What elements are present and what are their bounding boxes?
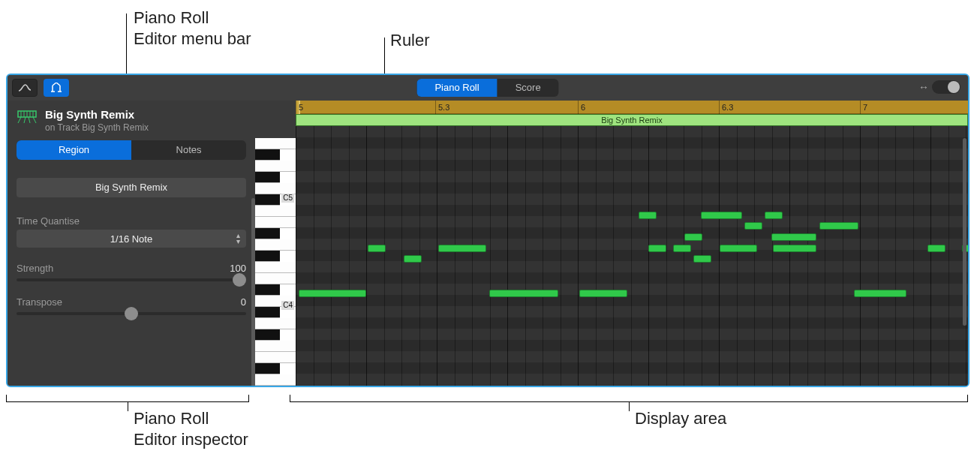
black-key[interactable] bbox=[255, 194, 280, 206]
region-name-field[interactable]: Big Synth Remix bbox=[17, 178, 246, 197]
white-key[interactable] bbox=[255, 262, 296, 273]
midi-note[interactable] bbox=[368, 245, 386, 252]
white-key[interactable] bbox=[255, 352, 296, 363]
midi-note[interactable] bbox=[648, 245, 666, 252]
segment-notes[interactable]: Notes bbox=[131, 140, 246, 160]
callout-line bbox=[126, 14, 127, 74]
grid-line bbox=[878, 126, 879, 386]
black-key[interactable] bbox=[255, 363, 280, 374]
automation-curve-icon bbox=[18, 83, 32, 92]
midi-note[interactable] bbox=[684, 233, 702, 241]
black-key[interactable] bbox=[255, 149, 280, 161]
chevron-updown-icon: ▴▾ bbox=[236, 233, 240, 245]
midi-note[interactable] bbox=[744, 222, 762, 230]
midi-note[interactable] bbox=[771, 233, 816, 241]
black-key[interactable] bbox=[255, 386, 280, 387]
catch-playhead-button[interactable] bbox=[44, 79, 69, 97]
white-key[interactable] bbox=[255, 318, 296, 329]
ruler-tick: 6.3 bbox=[719, 101, 733, 114]
midi-note[interactable] bbox=[720, 245, 757, 252]
grid-line bbox=[490, 126, 491, 386]
white-key[interactable] bbox=[255, 374, 296, 386]
white-key[interactable] bbox=[255, 161, 296, 172]
transpose-slider[interactable] bbox=[17, 312, 246, 315]
tab-piano-roll[interactable]: Piano Roll bbox=[416, 79, 497, 97]
tab-score[interactable]: Score bbox=[498, 79, 559, 97]
auto-zoom-toggle[interactable] bbox=[932, 80, 960, 94]
white-key[interactable] bbox=[255, 183, 296, 194]
black-key[interactable] bbox=[255, 329, 280, 341]
grid-row bbox=[296, 160, 968, 171]
midi-note[interactable] bbox=[773, 245, 816, 252]
grid-row bbox=[296, 351, 968, 362]
white-key[interactable] bbox=[255, 217, 296, 228]
transpose-value: 0 bbox=[241, 296, 246, 308]
grid-line bbox=[631, 126, 632, 386]
grid-line bbox=[719, 126, 720, 386]
grid-row bbox=[296, 306, 968, 317]
vertical-scrollbar[interactable] bbox=[963, 138, 966, 326]
midi-note[interactable] bbox=[819, 222, 858, 230]
white-key[interactable] bbox=[255, 239, 296, 251]
grid-line bbox=[561, 126, 561, 386]
grid-line bbox=[789, 126, 790, 386]
segment-region[interactable]: Region bbox=[17, 140, 131, 160]
white-key[interactable] bbox=[255, 206, 296, 217]
grid-row bbox=[296, 239, 968, 250]
region-subtitle: on Track Big Synth Remix bbox=[45, 122, 149, 133]
white-key[interactable] bbox=[255, 138, 296, 149]
region-title: Big Synth Remix bbox=[45, 108, 149, 121]
white-key[interactable] bbox=[255, 341, 296, 352]
grid-line bbox=[384, 126, 385, 386]
grid-row bbox=[296, 216, 968, 227]
ruler-tick: 5 bbox=[296, 101, 303, 114]
midi-note[interactable] bbox=[579, 290, 627, 297]
midi-note[interactable] bbox=[673, 245, 691, 252]
piano-roll-display: 55.366.37 Big Synth Remix C5C4 bbox=[255, 101, 968, 386]
piano-keyboard[interactable]: C5C4 bbox=[255, 138, 296, 386]
region-strip[interactable]: Big Synth Remix bbox=[296, 114, 968, 126]
time-quantise-label: Time Quantise bbox=[17, 215, 246, 227]
grid-line bbox=[455, 126, 455, 386]
automation-curve-button[interactable] bbox=[12, 79, 38, 97]
midi-note[interactable] bbox=[489, 290, 558, 297]
ruler-tick: 5.3 bbox=[435, 101, 449, 114]
grid-line bbox=[314, 126, 314, 386]
grid-line bbox=[930, 126, 931, 386]
callout-ruler: Ruler bbox=[390, 30, 430, 51]
black-key[interactable] bbox=[255, 251, 280, 262]
strength-slider[interactable] bbox=[17, 278, 246, 281]
slider-thumb[interactable] bbox=[125, 307, 138, 320]
view-mode-tabs: Piano Roll Score bbox=[416, 79, 558, 97]
midi-note[interactable] bbox=[693, 255, 711, 263]
grid-line bbox=[772, 126, 773, 386]
midi-note[interactable] bbox=[765, 212, 783, 219]
black-key[interactable] bbox=[255, 172, 280, 183]
note-grid[interactable] bbox=[296, 126, 968, 386]
midi-note[interactable] bbox=[438, 245, 486, 252]
grid-row bbox=[296, 340, 968, 351]
strength-label: Strength bbox=[17, 263, 53, 274]
midi-note[interactable] bbox=[404, 255, 422, 263]
grid-row bbox=[296, 194, 968, 205]
time-quantise-select[interactable]: 1/16 Note ▴▾ bbox=[17, 230, 246, 248]
black-key[interactable] bbox=[255, 228, 280, 239]
midi-note[interactable] bbox=[299, 290, 366, 297]
black-key[interactable] bbox=[255, 307, 280, 318]
grid-line bbox=[578, 126, 579, 386]
grid-line bbox=[895, 126, 896, 386]
grid-line bbox=[807, 126, 808, 386]
grid-line bbox=[525, 126, 526, 386]
ruler-tick: 6 bbox=[578, 101, 585, 114]
midi-note[interactable] bbox=[854, 290, 906, 297]
midi-note[interactable] bbox=[927, 245, 945, 252]
ruler[interactable]: 55.366.37 bbox=[296, 101, 968, 114]
midi-note[interactable] bbox=[639, 212, 657, 219]
grid-line bbox=[507, 126, 508, 386]
black-key[interactable] bbox=[255, 284, 280, 296]
slider-thumb[interactable] bbox=[233, 273, 246, 287]
white-key[interactable] bbox=[255, 273, 296, 284]
grid-line bbox=[596, 126, 597, 386]
grid-row bbox=[296, 171, 968, 182]
midi-note[interactable] bbox=[701, 212, 742, 219]
